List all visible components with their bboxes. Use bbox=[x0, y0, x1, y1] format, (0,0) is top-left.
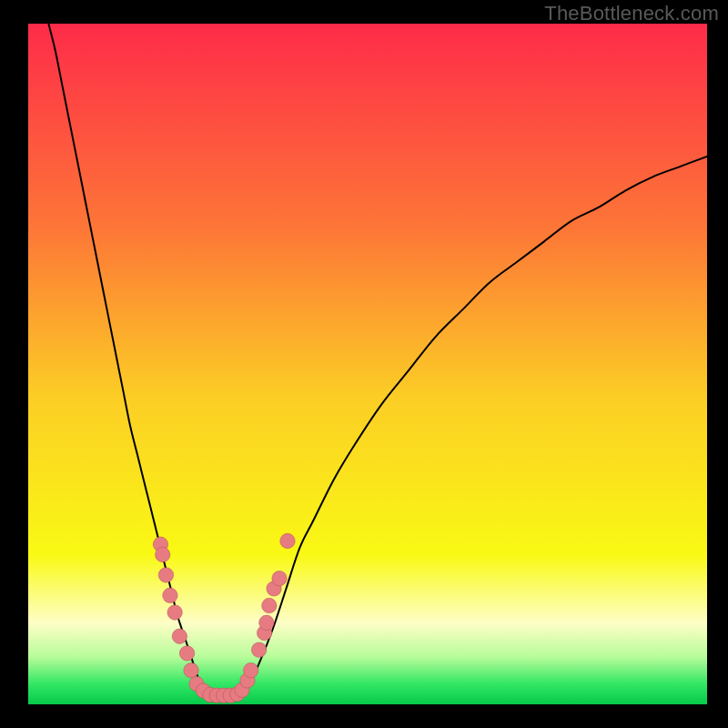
data-marker bbox=[272, 571, 287, 585]
gradient-background bbox=[28, 24, 707, 704]
plot-area bbox=[28, 24, 707, 704]
data-marker bbox=[262, 598, 277, 612]
watermark-text: TheBottleneck.com bbox=[544, 2, 719, 25]
data-marker bbox=[251, 642, 266, 657]
data-marker bbox=[184, 662, 198, 677]
data-marker bbox=[243, 662, 258, 677]
chart-container: TheBottleneck.com bbox=[0, 0, 728, 728]
data-marker bbox=[158, 568, 173, 582]
data-marker bbox=[259, 615, 274, 630]
data-marker bbox=[280, 533, 295, 548]
data-marker bbox=[167, 605, 182, 620]
data-marker bbox=[156, 547, 170, 561]
data-marker bbox=[179, 646, 194, 661]
data-marker bbox=[172, 629, 187, 643]
chart-svg bbox=[28, 24, 707, 704]
data-marker bbox=[163, 588, 177, 602]
